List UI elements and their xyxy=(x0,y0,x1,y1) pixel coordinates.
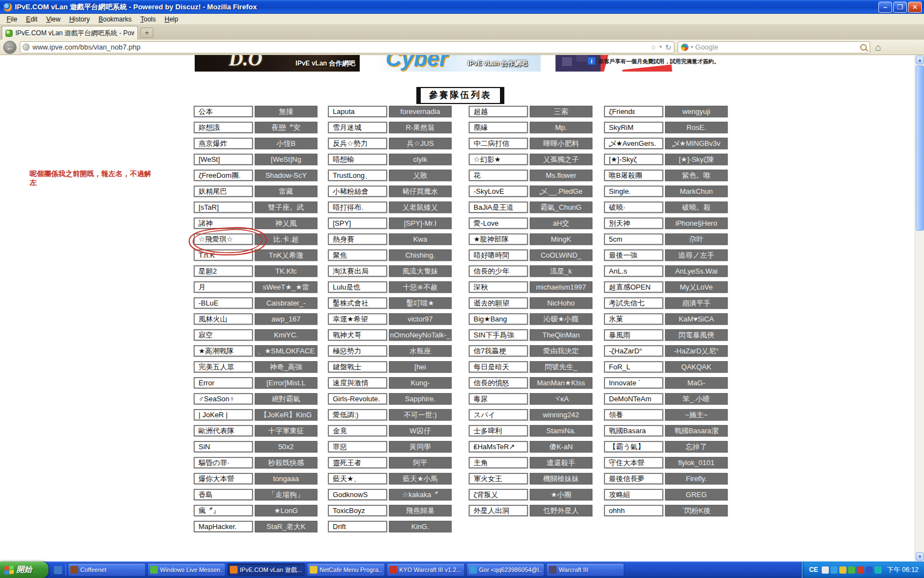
player-name-cell: Caisbrater_- xyxy=(255,297,317,309)
start-label: 開始 xyxy=(16,565,32,575)
url-dropdown-icon[interactable]: ▼ xyxy=(658,45,663,50)
quick-launch-icon[interactable] xyxy=(54,566,62,574)
url-text[interactable]: www.ipve.com/bbs/vlan_nob7.php xyxy=(32,43,648,51)
search-engine-dropdown-icon[interactable]: ▾ xyxy=(691,45,693,50)
task-label: Windows Live Messen... xyxy=(160,566,223,573)
scroll-down-button[interactable]: ▼ xyxy=(916,552,924,561)
team-name-cell: 唯B屠殺團 xyxy=(604,170,663,181)
window-title: IPvE.COM vLan 遊戲平台網吧系統 - Powered by Disc… xyxy=(15,2,878,12)
start-button[interactable]: 開始 xyxy=(0,561,48,578)
menu-help[interactable]: Help xyxy=(160,14,183,24)
player-name-cell: MingK xyxy=(530,233,592,245)
team-row: 歐洲代表隊十字軍東征 xyxy=(194,425,317,437)
menu-file[interactable]: File xyxy=(2,14,21,24)
tray-icon-6[interactable] xyxy=(866,566,873,574)
refresh-icon[interactable]: ↻ xyxy=(665,43,672,52)
team-name-cell: AnL.s xyxy=(604,265,663,277)
home-button[interactable]: ⌂ xyxy=(873,42,883,52)
team-column-4: ζFriendεwengyujiSkyRiMRosE.乄★AvenGers.乄★… xyxy=(604,106,728,521)
tray-icon-2[interactable] xyxy=(831,566,838,574)
google-logo-icon xyxy=(681,43,689,51)
player-name-cell: ヾκA xyxy=(530,393,592,405)
team-row: 唔想輸clylk xyxy=(328,154,452,165)
vertical-scrollbar[interactable]: ▲ ▼ xyxy=(915,55,924,561)
player-name-cell: [hei xyxy=(389,361,452,373)
search-icon[interactable] xyxy=(860,44,867,51)
team-row: ζFriendεwengyuji xyxy=(604,106,728,117)
menu-bookmarks[interactable]: Bookmarks xyxy=(94,14,136,24)
player-name-cell: 霸氣_ChunG xyxy=(530,201,592,213)
back-button[interactable]: ← xyxy=(3,41,16,54)
taskbar-task-kyo-warcraft[interactable]: KYO Warcraft III v1.2... xyxy=(387,563,465,576)
taskbar-task-qq-mail[interactable]: Gor <qq623986054@l... xyxy=(466,563,544,576)
scrollbar-thumb[interactable] xyxy=(916,66,924,231)
player-name-cell: 忘掉了 xyxy=(665,441,728,452)
menu-history[interactable]: History xyxy=(65,14,94,24)
taskbar-task-messenger[interactable]: Windows Live Messen... xyxy=(147,563,226,576)
team-row: 淘汰賽出局風流大隻妹 xyxy=(328,265,452,277)
team-name-cell: 花 xyxy=(469,170,528,181)
taskbar-task-warcraft3[interactable]: Warcraft III xyxy=(546,563,624,576)
player-name-cell: 黃同學 xyxy=(389,441,452,452)
scroll-up-button[interactable]: ▲ xyxy=(916,56,924,64)
ad-banner-2[interactable]: Cyber IPvE vLan 合作網吧 xyxy=(376,55,541,72)
team-name-cell: 星願2 xyxy=(194,265,253,277)
language-indicator[interactable]: CE xyxy=(809,566,818,574)
team-row: DriftKinG. xyxy=(328,521,452,532)
tray-icon-7[interactable] xyxy=(875,566,882,574)
tab-active[interactable]: IPvE.COM vLan 遊戲平台網吧系統 - Pow… xyxy=(2,26,138,40)
taskbar-task-firefox[interactable]: IPvE.COM vLan 遊戲... xyxy=(227,563,305,576)
team-name-cell: Single. xyxy=(604,186,663,197)
team-name-cell: Laputa xyxy=(328,106,387,117)
team-row: Single.MarkChun xyxy=(604,186,728,197)
search-bar[interactable]: ▾ Google xyxy=(678,41,870,53)
tray-icon-5[interactable] xyxy=(857,566,864,574)
new-tab-button[interactable]: + xyxy=(140,28,153,38)
team-name-cell: 金竟 xyxy=(328,425,387,437)
menu-edit[interactable]: Edit xyxy=(21,14,42,24)
taskbar-task-coffee[interactable]: Coffeenet xyxy=(68,563,146,576)
team-name-cell: 唔好哂時間 xyxy=(469,249,528,261)
team-row: 戰國Basara戰國Basara潔 xyxy=(604,425,728,437)
player-name-cell: StamiNa. xyxy=(530,425,592,437)
player-name-cell: ☆kakaka〞 xyxy=(389,489,452,500)
ad-banner-1[interactable]: D.O IPvE vLan 合作網吧 xyxy=(195,55,360,72)
team-row: ₤HaMsTeR↗傻K-aN xyxy=(469,441,592,452)
search-input[interactable]: Google xyxy=(695,43,858,51)
team-row: 香島「走場狗」 xyxy=(194,489,317,500)
team-row: ☆飛愛琪☆比.卡.超 xyxy=(194,233,317,245)
close-button[interactable]: ✕ xyxy=(908,2,922,13)
player-name-cell: 比.卡.超 xyxy=(255,233,317,245)
team-name-cell: ₤HaMsTeR↗ xyxy=(469,441,528,452)
ad-banner-3[interactable]: i 新客戶享有一個月免費試用，試用完滿意才簽約。 xyxy=(556,55,721,72)
team-name-cell: 反兵☆勢力 xyxy=(328,138,387,149)
tray-icon-4[interactable] xyxy=(848,566,855,574)
team-row: 唯B屠殺團紫色。唯 xyxy=(604,170,728,181)
window-titlebar[interactable]: IPvE.COM vLan 遊戲平台網吧系統 - Powered by Disc… xyxy=(0,0,924,14)
tab-title: IPvE.COM vLan 遊戲平台網吧系統 - Pow… xyxy=(15,29,134,38)
taskbar-task-netcafe[interactable]: NetCafe Menu Progra... xyxy=(307,563,385,576)
player-name-cell: RosE. xyxy=(665,122,728,133)
player-name-cell: Shadow-ScY xyxy=(255,170,317,181)
tray-icon-3[interactable] xyxy=(839,566,846,574)
bookmark-star-icon[interactable]: ☆ xyxy=(651,43,657,51)
tabbar: IPvE.COM vLan 遊戲平台網吧系統 - Pow… + xyxy=(0,25,924,40)
team-row: 深秋michaelsm1997 xyxy=(469,281,592,293)
team-name-cell: 歐洲代表隊 xyxy=(194,425,253,437)
tray-icon-1[interactable] xyxy=(822,566,829,574)
windows-logo-icon xyxy=(4,565,14,575)
team-name-cell: 唔打得布. xyxy=(328,201,387,213)
minimize-button[interactable]: – xyxy=(878,2,892,13)
player-name-cell: -HaZarD乂尼° xyxy=(665,345,728,357)
player-name-cell: Mp. xyxy=(530,122,592,133)
menu-view[interactable]: View xyxy=(42,14,65,24)
player-name-cell: NicHoho xyxy=(530,297,592,309)
team-row: 乄★AvenGers.乄★MINGBv3v xyxy=(604,138,728,149)
player-name-cell: 連還殺手 xyxy=(530,457,592,468)
team-name-cell: 5cm xyxy=(604,233,663,245)
team-row: 反兵☆勢力兵☆JUS xyxy=(328,138,452,149)
url-bar[interactable]: www.ipve.com/bbs/vlan_nob7.php ☆ ▼ ↻ xyxy=(20,41,674,53)
player-name-cell: nOmoNeyNoTalk-_ xyxy=(389,329,452,341)
maximize-button[interactable]: ❐ xyxy=(893,2,907,13)
menu-tools[interactable]: Tools xyxy=(136,14,160,24)
